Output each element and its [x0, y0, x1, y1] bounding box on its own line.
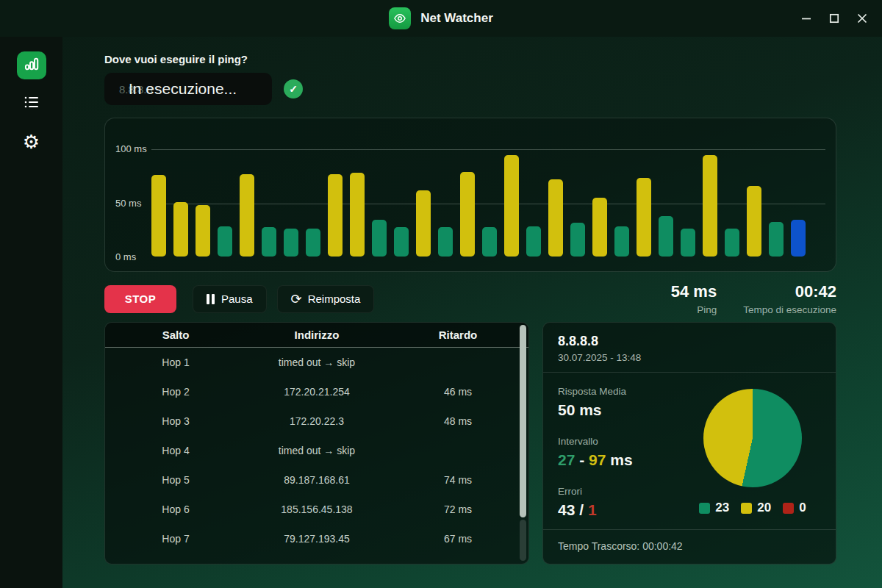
target-datetime: 30.07.2025 - 13:48 — [558, 352, 821, 363]
reset-button[interactable]: ⟳ Reimposta — [277, 285, 375, 313]
range-unit: ms — [606, 451, 632, 468]
ping-question-label: Dove vuoi eseguire il ping? — [104, 53, 836, 65]
titlebar: Net Watcher — [0, 0, 882, 37]
table-cell: 74 ms — [387, 474, 528, 486]
ping-bar — [196, 205, 210, 257]
table-cell: 46 ms — [387, 386, 528, 398]
ping-bar — [526, 226, 541, 257]
sidebar-item-settings[interactable]: ⚙ — [17, 128, 46, 156]
legend-item-error: 0 — [783, 501, 806, 515]
ping-bar — [284, 229, 298, 257]
table-row: Hop 3172.20.22.348 ms — [105, 406, 528, 436]
range-group: Intervallo 27 - 97 ms — [558, 436, 684, 469]
table-cell: 172.20.22.3 — [246, 415, 387, 427]
ping-bar — [482, 227, 497, 257]
elapsed-time: Tempo Trascorso: 00:00:42 — [543, 530, 836, 564]
ping-running-status: In esecuzione... — [129, 80, 237, 98]
ping-bar — [747, 186, 761, 257]
errors-total: 43 — [558, 501, 575, 518]
ping-bar — [218, 226, 232, 257]
ping-bar — [592, 198, 607, 257]
valid-check-icon: ✓ — [284, 79, 303, 98]
ytick-100: 100 ms — [115, 143, 147, 154]
column-header-hop: Salto — [105, 329, 246, 341]
table-cell: 79.127.193.45 — [246, 533, 387, 545]
range-max-value: 97 — [589, 451, 606, 468]
runtime-stat: 00:42 Tempo di esecuzione — [743, 282, 836, 315]
reset-icon: ⟳ — [291, 293, 302, 306]
avg-response-group: Risposta Media 50 ms — [558, 386, 684, 419]
table-cell: Hop 4 — [105, 445, 246, 456]
ping-bar — [306, 229, 320, 257]
table-cell: 72 ms — [387, 503, 528, 515]
ping-bar — [725, 229, 739, 257]
table-cell: Hop 2 — [105, 386, 246, 398]
table-row: Hop 884.15.64.10581 ms — [105, 553, 528, 564]
ping-bar — [350, 173, 365, 257]
ping-bar — [151, 175, 166, 257]
pie-legend: 23200 — [699, 501, 806, 515]
ping-bar — [548, 179, 563, 257]
table-cell: 48 ms — [387, 415, 528, 427]
stop-button-label: STOP — [125, 293, 157, 305]
runtime-stat-label: Tempo di esecuzione — [743, 304, 836, 315]
table-scrollbar-track[interactable] — [520, 520, 526, 561]
table-cell: 81 ms — [387, 562, 528, 564]
table-row: Hop 1timed out → skip — [105, 348, 528, 377]
ping-bar — [438, 227, 453, 257]
avg-response-value: 50 ms — [558, 401, 684, 419]
table-cell: 84.15.64.105 — [246, 562, 387, 564]
chart-bars — [151, 148, 821, 257]
table-row: Hop 589.187.168.6174 ms — [105, 465, 528, 495]
sidebar-item-log[interactable] — [17, 90, 46, 118]
range-separator: - — [575, 451, 589, 468]
sidebar-item-monitor[interactable] — [17, 51, 46, 79]
minimize-button[interactable] — [795, 7, 817, 29]
table-row: Hop 779.127.193.4567 ms — [105, 524, 528, 553]
ping-bar — [659, 216, 673, 257]
ping-bar — [504, 155, 519, 257]
main-content: Dove vuoi eseguire il ping? 8.8.8.8 In e… — [62, 37, 882, 588]
ping-bar — [681, 229, 695, 257]
ytick-0: 0 ms — [115, 251, 136, 262]
errors-label: Errori — [558, 486, 684, 497]
ping-bar — [372, 220, 387, 257]
maximize-button[interactable] — [823, 7, 845, 29]
ping-target-input[interactable]: 8.8.8.8 In esecuzione... — [104, 73, 272, 105]
legend-swatch — [699, 503, 710, 514]
hops-table-header: Salto Indirizzo Ritardo — [105, 323, 528, 348]
table-cell: Hop 7 — [105, 533, 246, 545]
ping-bar — [614, 226, 629, 257]
table-cell: 89.187.168.61 — [246, 474, 387, 486]
ping-bar — [769, 222, 784, 257]
table-cell: timed out → skip — [246, 445, 387, 456]
legend-value: 20 — [757, 501, 771, 515]
errors-group: Errori 43 / 1 — [558, 486, 684, 519]
range-min-value: 27 — [558, 451, 575, 468]
ping-stat-value: 54 ms — [671, 282, 717, 301]
pause-button[interactable]: Pausa — [193, 285, 267, 313]
close-button[interactable] — [851, 7, 873, 29]
target-host: 8.8.8.8 — [558, 334, 821, 349]
target-summary-panel: 8.8.8.8 30.07.2025 - 13:48 Risposta Medi… — [542, 322, 836, 564]
table-cell: Hop 5 — [105, 474, 246, 486]
ping-bar — [328, 174, 343, 257]
stop-button[interactable]: STOP — [104, 285, 176, 313]
ping-bar — [173, 202, 188, 257]
ping-bar — [637, 178, 651, 257]
ping-bar — [460, 172, 475, 257]
avg-response-label: Risposta Media — [558, 386, 684, 397]
table-cell: Hop 1 — [105, 356, 246, 368]
legend-item-slow: 20 — [741, 501, 771, 515]
table-cell: Hop 8 — [105, 562, 246, 564]
sidebar: ⚙ — [0, 37, 62, 588]
app-logo-icon — [389, 7, 411, 29]
errors-fail: 1 — [588, 501, 597, 518]
bar-chart-icon — [24, 56, 40, 75]
ping-stat-label: Ping — [671, 304, 717, 315]
ping-bar — [240, 174, 254, 257]
table-cell: Hop 3 — [105, 415, 246, 427]
table-scrollbar-thumb[interactable] — [520, 325, 526, 517]
legend-swatch — [783, 503, 794, 514]
table-cell: timed out → skip — [246, 356, 387, 368]
